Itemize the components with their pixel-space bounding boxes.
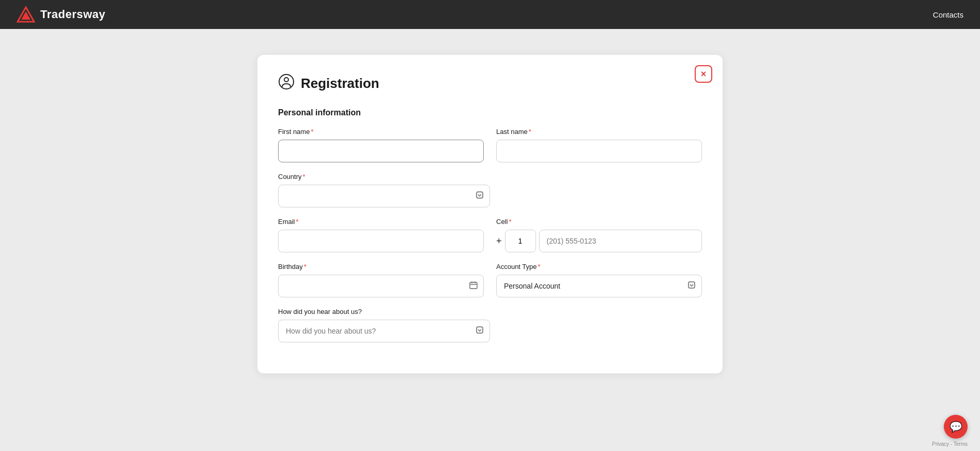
birthday-input[interactable] <box>278 275 484 297</box>
brand-logo-icon <box>17 5 35 24</box>
first-name-input[interactable] <box>278 140 484 162</box>
email-label: Email* <box>278 218 484 226</box>
privacy-notice: Privacy - Terms <box>932 441 968 447</box>
email-input[interactable] <box>278 230 484 252</box>
last-name-label: Last name* <box>496 128 702 136</box>
page-background: × Registration Personal information Firs… <box>0 29 980 451</box>
name-row: First name* Last name* <box>278 128 702 162</box>
birthday-label: Birthday* <box>278 263 484 270</box>
registration-icon <box>278 73 295 94</box>
contacts-link[interactable]: Contacts <box>933 10 963 19</box>
close-button[interactable]: × <box>695 65 712 83</box>
how-did-you-hear-group: How did you hear about us? <box>278 308 490 342</box>
chat-icon: 💬 <box>950 420 962 433</box>
section-heading: Personal information <box>278 108 702 117</box>
how-did-you-hear-input[interactable] <box>278 320 490 342</box>
account-type-label: Account Type* <box>496 263 702 270</box>
card-title-row: Registration <box>278 73 702 94</box>
cell-plus-sign: + <box>496 236 502 247</box>
registration-card: × Registration Personal information Firs… <box>257 55 723 373</box>
country-label: Country* <box>278 173 490 181</box>
cell-input-row: + <box>496 230 702 252</box>
cell-country-code-input[interactable] <box>505 230 536 252</box>
cell-phone-input[interactable] <box>539 230 702 252</box>
how-did-you-hear-label: How did you hear about us? <box>278 308 490 315</box>
first-name-label: First name* <box>278 128 484 136</box>
country-input-wrapper <box>278 185 490 207</box>
how-did-you-hear-input-wrapper <box>278 320 490 342</box>
first-name-group: First name* <box>278 128 484 162</box>
account-type-group: Account Type* <box>496 263 702 297</box>
cell-group: Cell* + <box>496 218 702 252</box>
email-group: Email* <box>278 218 484 252</box>
country-input[interactable] <box>278 185 490 207</box>
email-cell-row: Email* Cell* + <box>278 218 702 252</box>
birthday-input-wrapper <box>278 275 484 297</box>
brand-name: Tradersway <box>40 8 105 21</box>
card-title: Registration <box>301 76 379 92</box>
country-row: Country* <box>278 173 702 207</box>
birthday-accounttype-row: Birthday* Account Typ <box>278 263 702 297</box>
account-type-input[interactable] <box>496 275 702 297</box>
chat-widget[interactable]: 💬 <box>944 415 968 439</box>
cell-label: Cell* <box>496 218 702 226</box>
how-did-you-hear-row: How did you hear about us? <box>278 308 702 342</box>
svg-point-3 <box>284 78 288 82</box>
birthday-group: Birthday* <box>278 263 484 297</box>
last-name-input[interactable] <box>496 140 702 162</box>
navbar: Tradersway Contacts <box>0 0 980 29</box>
account-type-input-wrapper <box>496 275 702 297</box>
country-group: Country* <box>278 173 490 207</box>
last-name-group: Last name* <box>496 128 702 162</box>
brand-logo-area: Tradersway <box>17 5 105 24</box>
